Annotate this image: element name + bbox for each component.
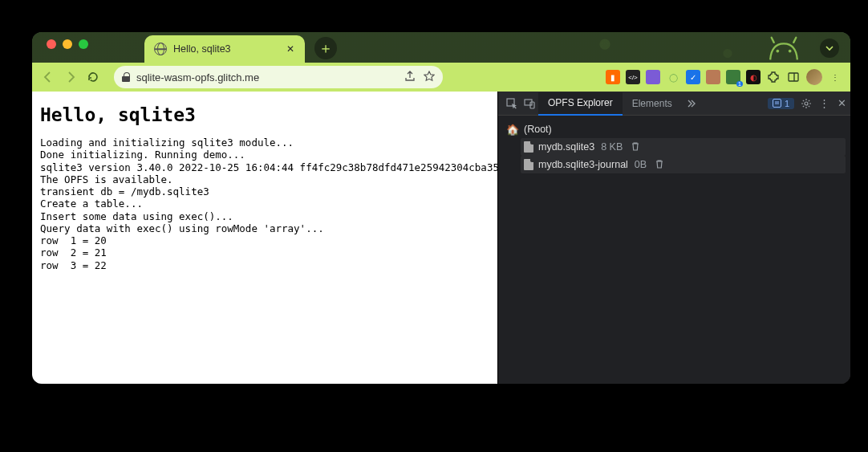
page-heading: Hello, sqlite3: [40, 104, 489, 125]
side-panel-icon[interactable]: [786, 70, 801, 84]
console-line: transient db = /mydb.sqlite3: [40, 185, 489, 197]
file-name: mydb.sqlite3: [538, 141, 594, 153]
file-icon: [524, 141, 533, 153]
extension-icon[interactable]: 1: [726, 70, 740, 84]
close-devtools-icon[interactable]: ✕: [833, 95, 850, 112]
devtools-tab-elements[interactable]: Elements: [623, 92, 682, 115]
devtools-tab-opfs[interactable]: OPFS Explorer: [538, 92, 623, 116]
window-controls: [47, 32, 88, 63]
console-line: The OPFS is available.: [40, 173, 489, 185]
extensions-menu-icon[interactable]: [766, 70, 781, 84]
extension-icon[interactable]: ▮: [606, 70, 620, 84]
file-size: 8 KB: [601, 141, 623, 153]
console-line: row 3 = 22: [40, 259, 489, 271]
extension-icon[interactable]: [706, 70, 720, 84]
kebab-menu-icon[interactable]: ⋮: [815, 95, 833, 112]
badge-count: 1: [785, 99, 789, 108]
delete-file-icon[interactable]: [631, 141, 640, 153]
svg-rect-4: [789, 73, 798, 81]
tree-file-row[interactable]: mydb.sqlite38 KB: [521, 138, 846, 156]
console-line: Done initializing. Running demo...: [40, 149, 489, 161]
omnibox-actions: [404, 71, 435, 84]
url-text: sqlite-wasm-opfs.glitch.me: [136, 71, 259, 83]
android-icon: [765, 34, 802, 61]
content-row: Hello, sqlite3 Loading and initializing …: [32, 92, 850, 384]
svg-point-0: [776, 50, 779, 53]
extension-icon[interactable]: ◯: [666, 70, 680, 84]
svg-point-1: [789, 50, 792, 53]
opfs-tree: 🏠 (Root) mydb.sqlite38 KBmydb.sqlite3-jo…: [498, 116, 850, 178]
tree-file-row[interactable]: mydb.sqlite3-journal0B: [521, 156, 846, 173]
console-line: Loading and initializing sqlite3 module.…: [40, 136, 489, 149]
bookmark-star-icon[interactable]: [424, 71, 435, 84]
extension-icon[interactable]: ✓: [686, 70, 700, 84]
extension-icon[interactable]: [646, 70, 660, 84]
devtools-tab-label: OPFS Explorer: [548, 97, 613, 108]
delete-file-icon[interactable]: [655, 159, 664, 171]
console-line: Create a table...: [40, 197, 489, 210]
browser-window: Hello, sqlite3 ✕ ＋ sqlite-wasm-opfs.glit…: [32, 32, 850, 384]
minimize-window-button[interactable]: [63, 39, 72, 49]
share-icon[interactable]: [404, 71, 416, 84]
extensions-row: ▮ </> ◯ ✓ 1 ◐ ⋮: [606, 69, 842, 85]
console-line: Query data with exec() using rowMode 'ar…: [40, 222, 489, 234]
tab-title: Hello, sqlite3: [173, 43, 231, 55]
console-line: row 1 = 20: [40, 234, 489, 246]
settings-gear-icon[interactable]: [797, 95, 815, 112]
devtools-tab-bar: OPFS Explorer Elements 1 ⋮ ✕: [498, 92, 850, 116]
file-name: mydb.sqlite3-journal: [538, 159, 628, 170]
tab-strip: Hello, sqlite3 ✕ ＋: [32, 32, 850, 63]
console-line: sqlite3 version 3.40.0 2022-10-25 16:04:…: [40, 161, 489, 173]
address-bar[interactable]: sqlite-wasm-opfs.glitch.me: [114, 66, 443, 88]
kebab-menu-icon[interactable]: ⋮: [828, 70, 842, 84]
page-content: Hello, sqlite3 Loading and initializing …: [32, 92, 497, 384]
svg-line-3: [793, 38, 796, 43]
console-line: Insert some data using exec()...: [40, 210, 489, 222]
back-button[interactable]: [40, 69, 56, 85]
new-tab-button[interactable]: ＋: [314, 37, 337, 59]
browser-tab[interactable]: Hello, sqlite3 ✕: [144, 35, 305, 63]
devtools-panel: OPFS Explorer Elements 1 ⋮ ✕: [497, 92, 850, 384]
devtools-tab-label: Elements: [632, 98, 672, 109]
more-tabs-icon[interactable]: [682, 95, 700, 112]
console-issues-badge[interactable]: 1: [768, 98, 794, 109]
inspect-element-icon[interactable]: [503, 95, 521, 112]
svg-point-10: [805, 102, 808, 105]
tab-overflow-button[interactable]: [820, 39, 839, 58]
device-toggle-icon[interactable]: [521, 95, 538, 112]
reload-button[interactable]: [85, 69, 101, 85]
forward-button[interactable]: [63, 69, 79, 85]
tab-close-button[interactable]: ✕: [284, 43, 297, 55]
close-window-button[interactable]: [47, 39, 56, 49]
profile-avatar[interactable]: [806, 69, 822, 85]
home-icon: 🏠: [506, 124, 519, 136]
globe-icon: [154, 43, 167, 55]
maximize-window-button[interactable]: [79, 39, 88, 49]
toolbar: sqlite-wasm-opfs.glitch.me ▮ </> ◯ ✓ 1 ◐: [32, 63, 850, 92]
console-line: row 2 = 21: [40, 246, 489, 259]
lock-icon: [122, 72, 130, 82]
tree-root[interactable]: 🏠 (Root): [503, 120, 846, 138]
file-size: 0B: [635, 159, 647, 170]
root-label: (Root): [524, 124, 552, 135]
file-icon: [524, 159, 533, 170]
svg-line-2: [772, 38, 774, 43]
extension-icon[interactable]: ◐: [746, 70, 761, 84]
extension-icon[interactable]: </>: [626, 70, 640, 84]
